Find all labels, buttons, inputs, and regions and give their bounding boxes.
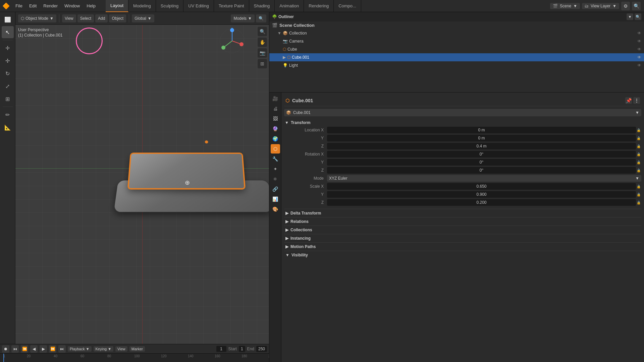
scale-z-value[interactable]: 0.200 bbox=[327, 199, 636, 206]
section-collections[interactable]: ▶ Collections bbox=[284, 226, 641, 234]
tab-uv-editing[interactable]: UV Editing bbox=[183, 0, 214, 12]
blender-logo[interactable]: 🔶 bbox=[0, 0, 12, 12]
scale-x-value[interactable]: 0.650 bbox=[327, 183, 636, 190]
tool-measure[interactable]: 📐 bbox=[2, 121, 14, 133]
section-visibility[interactable]: ▼ Visibility bbox=[284, 251, 641, 259]
loc-z-value[interactable]: 0.4 m bbox=[327, 143, 636, 149]
tab-shading[interactable]: Shading bbox=[249, 0, 275, 12]
object-menu[interactable]: Object bbox=[109, 14, 126, 22]
section-instancing[interactable]: ▶ Instancing bbox=[284, 234, 641, 242]
outliner-item-collection[interactable]: ▼ 📦 Collection 👁 bbox=[269, 29, 644, 37]
vp-quad-btn[interactable]: ⊞ bbox=[258, 59, 267, 68]
menu-render[interactable]: Render bbox=[40, 0, 61, 12]
rot-x-value[interactable]: 0° bbox=[327, 151, 636, 158]
tab-compositing[interactable]: Compo... bbox=[334, 0, 361, 12]
loc-x-lock[interactable]: 🔒 bbox=[636, 128, 641, 132]
tool-select[interactable]: ↖ bbox=[2, 26, 14, 38]
loc-z-lock[interactable]: 🔒 bbox=[636, 144, 641, 148]
icon-play[interactable]: ▶ bbox=[40, 345, 47, 353]
section-motion-paths[interactable]: ▶ Motion Paths bbox=[284, 242, 641, 251]
outliner-filter[interactable]: ▼ bbox=[627, 13, 633, 20]
prop-view-icon[interactable]: 🖼 bbox=[271, 114, 280, 123]
prop-render-icon[interactable]: 🎥 bbox=[271, 94, 280, 103]
view-menu[interactable]: View bbox=[62, 14, 76, 22]
tool-rotate[interactable]: ↻ bbox=[2, 67, 14, 79]
topbar-icon-btn-2[interactable]: 🔍 bbox=[632, 2, 641, 10]
vp-zoom-btn[interactable]: 🔍 bbox=[258, 27, 267, 36]
eye-icon-collection[interactable]: 👁 bbox=[637, 31, 641, 36]
viewport[interactable]: ⊕ User Perspective (1) Collection | Cube… bbox=[15, 25, 269, 344]
outliner-item-cube[interactable]: ⬡ Cube 👁 bbox=[269, 45, 644, 53]
prop-data-block[interactable]: 📦 Cube.001 ▼ bbox=[284, 109, 641, 116]
scale-y-lock[interactable]: 🔒 bbox=[636, 193, 641, 196]
topbar-icon-btn-1[interactable]: ⚙ bbox=[621, 2, 630, 10]
current-frame[interactable]: 1 bbox=[216, 346, 226, 352]
prop-object-icon[interactable]: ⬡ bbox=[271, 144, 280, 154]
menu-edit[interactable]: Edit bbox=[26, 0, 40, 12]
playback-menu[interactable]: Playback▼ bbox=[68, 346, 92, 352]
outliner-item-cube001[interactable]: ▶ ⬡ Cube.001 👁 bbox=[269, 53, 644, 61]
prop-particle-icon[interactable]: ✦ bbox=[271, 164, 280, 174]
icon-play-start[interactable]: ⏺ bbox=[2, 345, 9, 353]
transform-selector[interactable]: Global ▼ bbox=[132, 14, 154, 22]
loc-x-value[interactable]: 0 m bbox=[327, 127, 636, 133]
prop-world-icon[interactable]: 🌍 bbox=[271, 134, 280, 143]
loc-y-value[interactable]: 0 m bbox=[327, 135, 636, 141]
tab-modeling[interactable]: Modeling bbox=[128, 0, 156, 12]
eye-icon-light[interactable]: 👁 bbox=[637, 63, 641, 68]
scene-selector[interactable]: 🎬 Scene ▼ bbox=[550, 3, 580, 9]
menu-help[interactable]: Help bbox=[83, 0, 99, 12]
scale-y-value[interactable]: 0.900 bbox=[327, 191, 636, 198]
mode-dropdown[interactable]: XYZ Euler ▼ bbox=[327, 175, 641, 182]
outliner-item-light[interactable]: 💡 Light 👁 bbox=[269, 61, 644, 69]
tool-select-box[interactable]: ⬜ bbox=[2, 13, 14, 25]
rot-z-lock[interactable]: 🔒 bbox=[636, 169, 641, 172]
view-menu-tl[interactable]: View bbox=[115, 346, 127, 352]
rot-y-value[interactable]: 0° bbox=[327, 159, 636, 166]
outliner-search[interactable]: 🔍 bbox=[635, 13, 641, 20]
prop-menu-icon[interactable]: ⋮ bbox=[633, 97, 640, 104]
scale-z-lock[interactable]: 🔒 bbox=[636, 201, 641, 204]
prop-modifier-icon[interactable]: 🔧 bbox=[271, 154, 280, 164]
loc-y-lock[interactable]: 🔒 bbox=[636, 136, 641, 140]
start-value[interactable]: 1 bbox=[239, 346, 245, 352]
rot-x-lock[interactable]: 🔒 bbox=[636, 153, 641, 156]
tool-move[interactable]: ✢ bbox=[2, 55, 14, 67]
section-delta-transform[interactable]: ▶ Delta Transform bbox=[284, 209, 641, 217]
vp-pan-btn[interactable]: ✋ bbox=[258, 38, 267, 47]
rot-y-lock[interactable]: 🔒 bbox=[636, 161, 641, 164]
models-selector[interactable]: Models ▼ bbox=[231, 14, 255, 22]
scale-x-lock[interactable]: 🔒 bbox=[636, 185, 641, 188]
select-menu[interactable]: Select bbox=[77, 14, 94, 22]
menu-window[interactable]: Window bbox=[61, 0, 83, 12]
search-btn[interactable]: 🔍 bbox=[256, 14, 266, 22]
keying-menu[interactable]: Keying▼ bbox=[94, 346, 114, 352]
prop-pin-icon[interactable]: 📌 bbox=[625, 97, 632, 104]
prop-material-icon[interactable]: 🎨 bbox=[271, 204, 280, 214]
prop-data-icon[interactable]: 📊 bbox=[271, 194, 280, 204]
view-layer-selector[interactable]: 🗂 View Layer ▼ bbox=[582, 3, 619, 9]
tab-rendering[interactable]: Rendering bbox=[304, 0, 334, 12]
rot-z-value[interactable]: 0° bbox=[327, 167, 636, 174]
icon-step-back[interactable]: ⏪ bbox=[21, 345, 28, 353]
tab-sculpting[interactable]: Sculpting bbox=[156, 0, 183, 12]
tool-scale[interactable]: ⤢ bbox=[2, 80, 14, 92]
mode-selector[interactable]: ⬡ Object Mode ▼ bbox=[18, 14, 56, 22]
icon-play-back[interactable]: ◀ bbox=[30, 345, 38, 353]
eye-icon-cube[interactable]: 👁 bbox=[637, 47, 641, 52]
outliner-item-camera[interactable]: 📷 Camera 👁 bbox=[269, 37, 644, 45]
tab-texture-paint[interactable]: Texture Paint bbox=[214, 0, 249, 12]
prop-scene-icon[interactable]: 🔮 bbox=[271, 124, 280, 133]
tool-cursor[interactable]: ✛ bbox=[2, 42, 14, 54]
vp-camera-btn[interactable]: 📷 bbox=[258, 48, 267, 58]
icon-next-keyframe[interactable]: ⏭ bbox=[58, 345, 66, 353]
prop-output-icon[interactable]: 🖨 bbox=[271, 104, 280, 113]
menu-file[interactable]: File bbox=[12, 0, 26, 12]
timeline-track[interactable]: 1 20 40 60 80 100 120 140 160 180 200 22… bbox=[0, 354, 269, 362]
eye-icon-camera[interactable]: 👁 bbox=[637, 39, 641, 44]
icon-prev-keyframe[interactable]: ⏮ bbox=[11, 345, 19, 353]
tab-animation[interactable]: Animation bbox=[275, 0, 304, 12]
add-menu[interactable]: Add bbox=[95, 14, 108, 22]
prop-physics-icon[interactable]: ⚛ bbox=[271, 174, 280, 184]
section-relations[interactable]: ▶ Relations bbox=[284, 217, 641, 226]
